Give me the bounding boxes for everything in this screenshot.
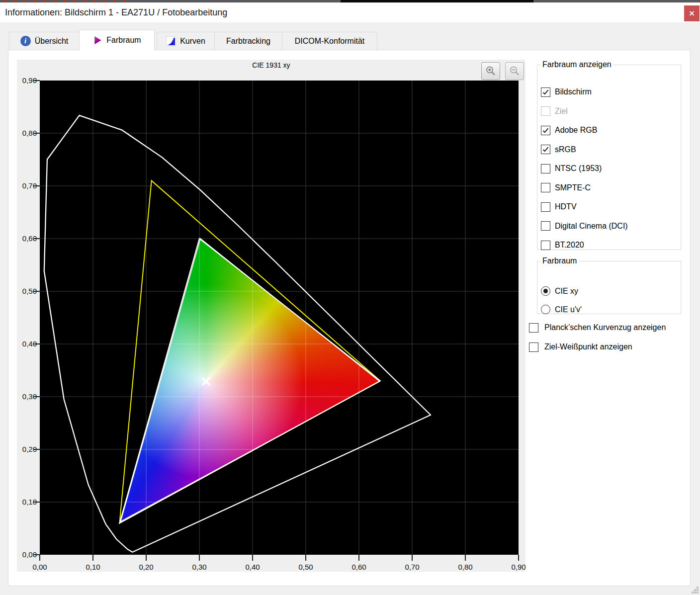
checkbox-label: Adobe RGB	[555, 126, 597, 135]
x-tick-label: 0,60	[351, 563, 366, 571]
farbraum-anzeigen-group: Farbraum anzeigen Bildschirm Ziel Adobe …	[537, 60, 681, 250]
tab-label: Farbraum	[106, 36, 141, 45]
checkbox-box	[541, 202, 550, 212]
checkbox-box	[541, 183, 550, 192]
x-tick-label: 0,70	[405, 563, 419, 571]
x-tick-label: 0,90	[511, 563, 525, 571]
checkbox-box	[541, 87, 550, 97]
tab-label: DICOM-Konformität	[295, 37, 364, 46]
magnifier-plus-icon	[485, 65, 497, 77]
x-tick-label: 0,10	[86, 563, 100, 571]
checkbox-box	[541, 241, 550, 250]
checkbox-srgb[interactable]: sRGB	[537, 140, 681, 160]
radio-cie-xy[interactable]: CIE xy	[537, 282, 681, 300]
checkbox-box	[541, 145, 550, 154]
checkbox-adobe-rgb[interactable]: Adobe RGB	[537, 121, 681, 140]
curve-icon	[166, 36, 176, 46]
checkbox-ziel: Ziel	[537, 102, 681, 121]
x-tick-label: 0,40	[245, 563, 260, 571]
checkbox-smpte-c[interactable]: SMPTE-C	[537, 178, 681, 198]
checkbox-box	[541, 221, 550, 231]
checkbox-label: BT.2020	[555, 241, 584, 250]
checkbox-bildschirm[interactable]: Bildschirm	[537, 83, 681, 102]
tab-farbtracking[interactable]: Farbtracking	[214, 32, 282, 50]
checkbox-label: SMPTE-C	[555, 183, 591, 192]
zoom-in-button[interactable]	[481, 62, 500, 80]
checkbox-box	[529, 323, 538, 333]
checkbox-box	[541, 106, 550, 116]
close-button[interactable]: ✕	[684, 5, 700, 21]
chart-title: CIE 1931 xy	[17, 61, 525, 69]
cie-diagram-plot	[40, 81, 519, 555]
radio-circle	[541, 286, 550, 296]
x-tick-label: 0,00	[32, 563, 47, 571]
checkbox-box	[541, 126, 550, 135]
checkbox-ntsc-1953[interactable]: NTSC (1953)	[537, 159, 681, 178]
checkbox-box	[541, 164, 550, 173]
checkbox-planck-kurvenzug[interactable]: Planck’schen Kurvenzug anzeigen	[529, 320, 666, 335]
window-title: Informationen: Bildschirm 1 - EA271U / F…	[5, 2, 227, 22]
x-tick-label: 0,50	[298, 563, 313, 571]
tab-label: Übersicht	[35, 37, 69, 46]
info-icon: i	[20, 36, 31, 46]
checkbox-box	[529, 342, 538, 352]
close-icon: ✕	[689, 10, 695, 17]
tab-label: Farbtracking	[226, 37, 270, 46]
tab-farbraum[interactable]: Farbraum	[79, 30, 155, 50]
checkbox-label: Ziel-Weißpunkt anzeigen	[544, 342, 632, 351]
checkbox-ziel-weisspunkt[interactable]: Ziel-Weißpunkt anzeigen	[529, 340, 632, 354]
farbraum-group: Farbraum CIE xy CIE u'v'	[537, 256, 681, 314]
chart-panel: CIE 1931 xy 0,900,800,700,600,500,400,30…	[17, 60, 525, 572]
checkbox-digital-cinema-dci[interactable]: Digital Cinema (DCI)	[537, 217, 681, 236]
radio-label: CIE xy	[555, 287, 578, 296]
radio-circle	[541, 305, 550, 314]
tab-bar: i Übersicht Farbraum Kurven Farbtracking…	[9, 30, 377, 50]
magnifier-minus-icon	[509, 65, 521, 77]
radio-cie-uv[interactable]: CIE u'v'	[537, 300, 681, 319]
x-tick-label: 0,20	[139, 563, 153, 571]
gamut-triangle-icon	[92, 35, 102, 45]
resize-grip[interactable]	[692, 587, 699, 594]
checkbox-bt2020[interactable]: BT.2020	[537, 236, 681, 255]
x-tick-label: 0,30	[192, 563, 206, 571]
radio-label: CIE u'v'	[555, 305, 582, 314]
tab-label: Kurven	[180, 37, 205, 46]
tab-dicom-konformitaet[interactable]: DICOM-Konformität	[282, 32, 377, 50]
checkbox-label: Digital Cinema (DCI)	[555, 222, 628, 231]
tab-kurven[interactable]: Kurven	[157, 32, 215, 50]
checkbox-hdtv[interactable]: HDTV	[537, 197, 681, 217]
title-bar: Informationen: Bildschirm 1 - EA271U / F…	[0, 2, 700, 22]
gamut-overlays	[40, 81, 519, 555]
checkbox-label: sRGB	[555, 145, 576, 154]
tab-uebersicht[interactable]: i Übersicht	[9, 32, 80, 50]
checkbox-label: Bildschirm	[555, 87, 592, 96]
zoom-out-button[interactable]	[505, 62, 524, 80]
checkbox-label: Ziel	[555, 107, 568, 116]
checkbox-label: HDTV	[555, 202, 577, 211]
x-tick-label: 0,80	[458, 563, 472, 571]
group-title: Farbraum anzeigen	[540, 60, 613, 69]
group-title: Farbraum	[540, 256, 579, 265]
checkbox-label: Planck’schen Kurvenzug anzeigen	[544, 323, 666, 332]
checkbox-label: NTSC (1953)	[555, 164, 602, 173]
